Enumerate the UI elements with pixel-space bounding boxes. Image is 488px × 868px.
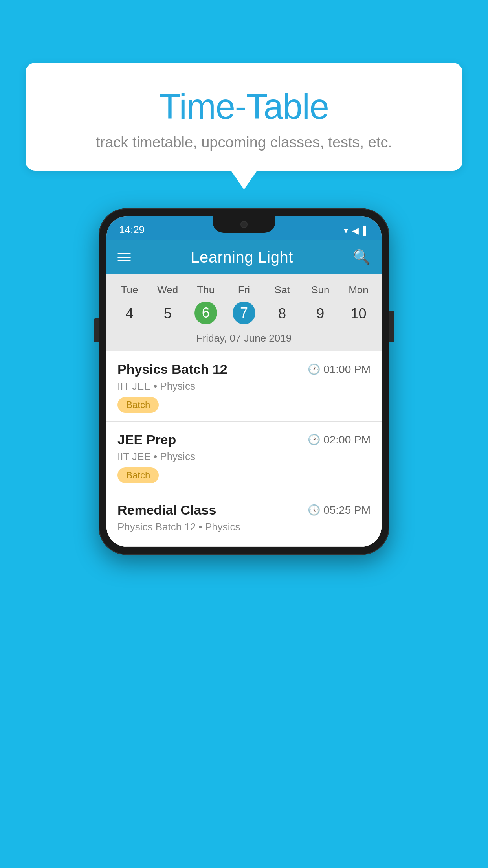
clock-icon-2: 🕑 [308,434,320,446]
calendar-strip: Tue Wed Thu Fri Sat Sun Mon 4 5 6 7 8 9 … [106,274,382,351]
speech-bubble-container: Time-Table track timetable, upcoming cla… [26,63,462,171]
schedule-meta-1: IIT JEE • Physics [117,380,371,392]
schedule-title-1: Physics Batch 12 [117,362,227,377]
app-bar: Learning Light 🔍 [106,240,382,274]
clock-icon-3: 🕔 [308,504,320,516]
day-header-thu: Thu [187,281,225,299]
phone-mockup: 14:29 ▾ ◀ ▌ Learning Light 🔍 [99,208,389,555]
day-header-tue: Tue [110,281,149,299]
phone-outer: 14:29 ▾ ◀ ▌ Learning Light 🔍 [99,208,389,555]
day-5[interactable]: 5 [149,302,187,326]
day-6-today[interactable]: 6 [194,302,217,324]
clock-icon-1: 🕐 [308,363,320,375]
day-header-sat: Sat [263,281,301,299]
schedule-time-label-1: 01:00 PM [323,363,371,376]
schedule-item-3-header: Remedial Class 🕔 05:25 PM [117,502,371,518]
day-10[interactable]: 10 [339,302,378,326]
schedule-item-2[interactable]: JEE Prep 🕑 02:00 PM IIT JEE • Physics Ba… [106,422,382,492]
day-numbers: 4 5 6 7 8 9 10 [106,302,382,326]
app-bar-title: Learning Light [191,248,293,266]
schedule-item-1[interactable]: Physics Batch 12 🕐 01:00 PM IIT JEE • Ph… [106,351,382,422]
search-icon[interactable]: 🔍 [353,249,371,265]
day-header-mon: Mon [339,281,378,299]
signal-icon: ◀ [352,226,359,236]
schedule-title-3: Remedial Class [117,502,216,518]
status-icons: ▾ ◀ ▌ [344,226,369,236]
day-header-sun: Sun [301,281,339,299]
schedule-time-1: 🕐 01:00 PM [308,363,371,376]
hamburger-menu-icon[interactable] [117,253,131,261]
phone-notch [213,216,275,233]
schedule-time-3: 🕔 05:25 PM [308,504,371,517]
day-7-selected[interactable]: 7 [233,302,255,324]
selected-date-label: Friday, 07 June 2019 [106,326,382,351]
battery-icon: ▌ [363,226,369,236]
schedule-time-label-2: 02:00 PM [323,434,371,446]
schedule-meta-3: Physics Batch 12 • Physics [117,521,371,533]
status-time: 14:29 [119,224,145,236]
day-header-fri: Fri [225,281,263,299]
schedule-item-2-header: JEE Prep 🕑 02:00 PM [117,432,371,447]
wifi-icon: ▾ [344,226,348,236]
batch-tag-1: Batch [117,397,159,413]
day-headers: Tue Wed Thu Fri Sat Sun Mon [106,281,382,299]
schedule-meta-2: IIT JEE • Physics [117,451,371,463]
speech-bubble: Time-Table track timetable, upcoming cla… [26,63,462,171]
day-9[interactable]: 9 [301,302,339,326]
schedule-title-2: JEE Prep [117,432,176,447]
phone-screen: 14:29 ▾ ◀ ▌ Learning Light 🔍 [106,216,382,547]
schedule-item-3[interactable]: Remedial Class 🕔 05:25 PM Physics Batch … [106,492,382,547]
day-header-wed: Wed [149,281,187,299]
bubble-subtitle: track timetable, upcoming classes, tests… [41,134,447,151]
batch-tag-2: Batch [117,467,159,483]
schedule-item-1-header: Physics Batch 12 🕐 01:00 PM [117,362,371,377]
day-8[interactable]: 8 [263,302,301,326]
camera-dot [240,221,248,228]
schedule-time-label-3: 05:25 PM [323,504,371,517]
schedule-list: Physics Batch 12 🕐 01:00 PM IIT JEE • Ph… [106,351,382,547]
bubble-title: Time-Table [41,86,447,127]
schedule-time-2: 🕑 02:00 PM [308,434,371,446]
day-4[interactable]: 4 [110,302,149,326]
